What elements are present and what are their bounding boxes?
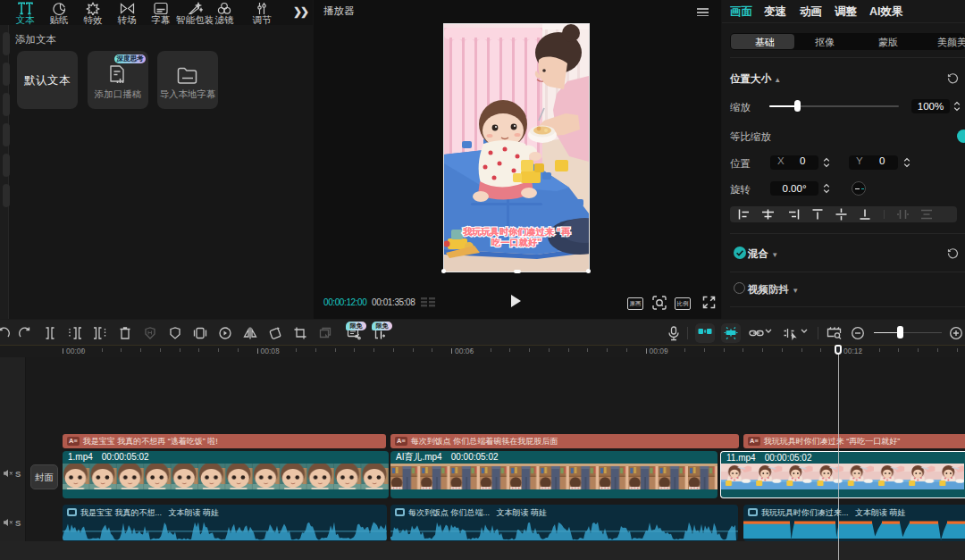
svg-text:我玩玩具时你们凑过来 “再: 我玩玩具时你们凑过来 “再 [462,227,571,237]
svg-text:吃一口就好”: 吃一口就好” [491,238,541,247]
